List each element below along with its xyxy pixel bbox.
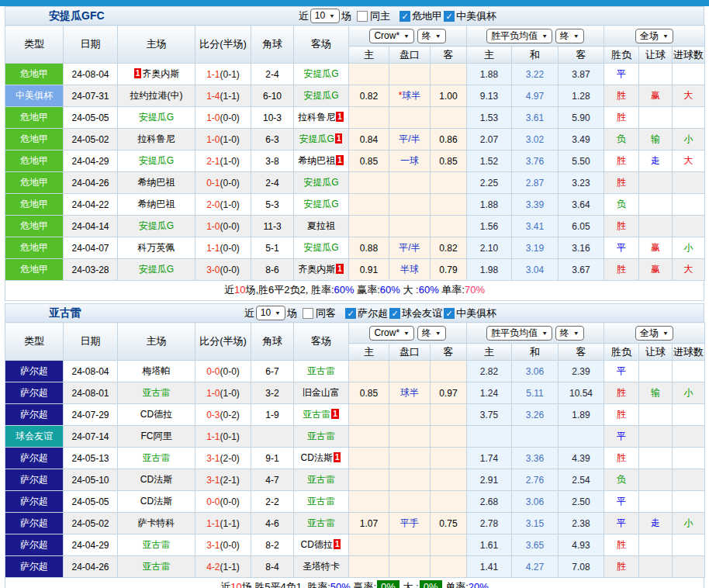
crow-home-odds-cell <box>349 534 389 556</box>
fulltime-score: 1-0 <box>206 221 220 232</box>
competition-type-cell: 危地甲 <box>5 129 64 150</box>
avg-draw-odds-cell: 4.97 <box>512 85 559 107</box>
table-row: 危地甲24-08-041齐奥内斯1-1(0-1)2-4安提瓜G1.883.223… <box>5 64 705 85</box>
col-home: 主场 <box>118 26 195 64</box>
halftime-score: (0-0) <box>220 265 240 275</box>
percentage-badge: 0% <box>377 580 399 588</box>
crow-home-odds-cell <box>349 426 389 448</box>
fulltime-score: 1-0 <box>206 112 220 123</box>
team-name: 安提瓜G <box>303 177 338 188</box>
result-cell: 平 <box>604 361 639 382</box>
col-handicap: 盘口 <box>389 47 431 64</box>
avg-home-odds-cell: 2.78 <box>467 513 512 534</box>
team-name: 科万英佩 <box>138 242 175 253</box>
chevron-down-icon: ▼ <box>541 31 548 41</box>
bookmaker-select[interactable]: Crow*▼ <box>369 326 414 341</box>
match-date-cell: 24-05-02 <box>64 513 118 534</box>
avg-odds-select[interactable]: 胜平负均值▼ <box>486 326 552 341</box>
table-row: 危地甲24-04-07科万英佩1-1(0-0)5-1安提瓜G0.88平/半0.8… <box>5 237 705 259</box>
match-date-cell: 24-07-31 <box>64 85 118 107</box>
avg-away-odds-cell: 1.28 <box>559 85 604 107</box>
table-row: 危地甲24-04-14安提瓜G1-0(0-0)11-3夏拉祖1.563.416.… <box>5 216 705 237</box>
team-name: 安提瓜G <box>139 264 174 275</box>
score-cell: 3-1(2-1) <box>195 469 251 491</box>
col-crow-away: 客 <box>431 47 467 64</box>
home-team-cell: 亚古雷 <box>118 382 195 404</box>
team-name: 圣塔特卡 <box>303 561 340 572</box>
fulltime-score: 1-1 <box>206 69 220 80</box>
avg-stage-select[interactable]: 终▼ <box>555 29 584 43</box>
team-title: 亚古雷 <box>49 306 81 320</box>
match-date-cell: 24-05-13 <box>64 448 118 469</box>
handicap-result-cell: 赢 <box>639 85 673 107</box>
team-name: 梅塔帕 <box>143 365 171 376</box>
team-name: 希纳巴祖 <box>138 199 175 209</box>
same-venue-checkbox[interactable] <box>357 11 368 22</box>
crow-away-odds-cell <box>431 194 467 216</box>
avg-home-odds-cell: 2.07 <box>467 129 512 150</box>
handicap-text: 平手 <box>400 517 419 528</box>
table-row: 萨尔超24-08-04梅塔帕0-0(0-0)6-7亚古雷2.823.062.39… <box>5 361 705 382</box>
same-venue-checkbox[interactable] <box>303 308 313 319</box>
summary-segment: 60% <box>380 284 400 296</box>
away-team-cell: 夏拉祖 <box>294 216 349 237</box>
team-name: 亚古雷 <box>307 365 335 376</box>
col-type: 类型 <box>5 26 64 64</box>
fulltime-score: 2-1 <box>206 156 220 167</box>
full-match-select[interactable]: 全场▼ <box>635 29 673 43</box>
team-name: CD法斯 <box>140 496 172 507</box>
bookmaker-select[interactable]: Crow*▼ <box>369 29 414 43</box>
match-date-cell: 24-03-28 <box>64 259 118 281</box>
chevron-down-icon: ▼ <box>662 328 669 338</box>
team-name: 亚古雷 <box>307 517 335 528</box>
league-filter-checkbox[interactable]: ✓ <box>444 308 455 319</box>
score-cell: 3-0(0-0) <box>195 259 251 281</box>
avg-draw-odds-cell: 3.02 <box>512 129 559 150</box>
halftime-score: (2-0) <box>220 453 240 464</box>
league-filter-checkbox[interactable]: ✓ <box>389 308 400 319</box>
avg-away-odds-cell: 2.50 <box>559 491 604 513</box>
handicap-result-cell: 赢 <box>639 237 673 259</box>
games-label: 场 <box>287 306 297 320</box>
avg-stage-select[interactable]: 终▼ <box>555 326 584 341</box>
avg-away-odds-cell: 1.89 <box>559 404 604 426</box>
crow-home-odds-cell <box>349 556 389 578</box>
corners-cell <box>251 426 294 448</box>
result-cell: 平 <box>604 426 639 448</box>
avg-odds-select[interactable]: 胜平负均值▼ <box>486 29 552 43</box>
away-team-cell: 旧金山富 <box>294 382 349 404</box>
competition-type-cell: 萨尔超 <box>5 404 64 426</box>
match-count-select[interactable]: 10▼ <box>310 9 340 23</box>
result-cell: 胜 <box>604 534 639 556</box>
team-name: 安提瓜G <box>303 242 338 253</box>
summary-segment: 70% <box>465 284 485 296</box>
full-match-select[interactable]: 全场▼ <box>635 326 673 341</box>
corners-cell: 8-6 <box>251 259 294 281</box>
odds-stage-select[interactable]: 终▼ <box>417 326 446 341</box>
halftime-score: (1-1) <box>220 518 240 529</box>
handicap-text: 一球 <box>400 155 419 166</box>
home-team-cell: 萨卡特科 <box>118 513 195 534</box>
home-team-cell: 安提瓜G <box>118 259 195 281</box>
league-filter-checkbox[interactable]: ✓ <box>444 11 455 22</box>
avg-home-odds-cell: 2.68 <box>467 491 512 513</box>
avg-draw-odds-cell: 3.36 <box>512 448 559 469</box>
table-row: 危地甲24-04-22希纳巴祖2-0(1-0)5-3安提瓜G1.883.393.… <box>5 194 705 216</box>
score-cell: 3-1(0-0) <box>195 534 251 556</box>
crow-away-odds-cell <box>431 216 467 237</box>
league-filter-checkbox[interactable]: ✓ <box>399 11 410 22</box>
team-name: CD法斯 <box>301 452 333 463</box>
odds-stage-select[interactable]: 终▼ <box>417 29 446 43</box>
corners-cell: 2-4 <box>251 64 294 85</box>
match-count-select[interactable]: 10▼ <box>256 306 285 320</box>
crow-home-odds-cell: 0.88 <box>349 237 389 259</box>
avg-home-odds-cell: 1.88 <box>467 64 512 85</box>
table-row: 萨尔超24-05-02萨卡特科1-1(1-1)4-6亚古雷1.07平手0.752… <box>5 513 705 534</box>
corners-cell: 3-8 <box>251 150 294 172</box>
team-name: 萨卡特科 <box>138 517 175 528</box>
avg-draw-odds-cell: 3.06 <box>512 491 559 513</box>
team-name: 安提瓜G <box>139 155 174 166</box>
competition-type-cell: 危地甲 <box>5 237 64 259</box>
league-filter-checkbox[interactable]: ✓ <box>345 308 356 319</box>
top-accent-bar <box>0 0 709 6</box>
